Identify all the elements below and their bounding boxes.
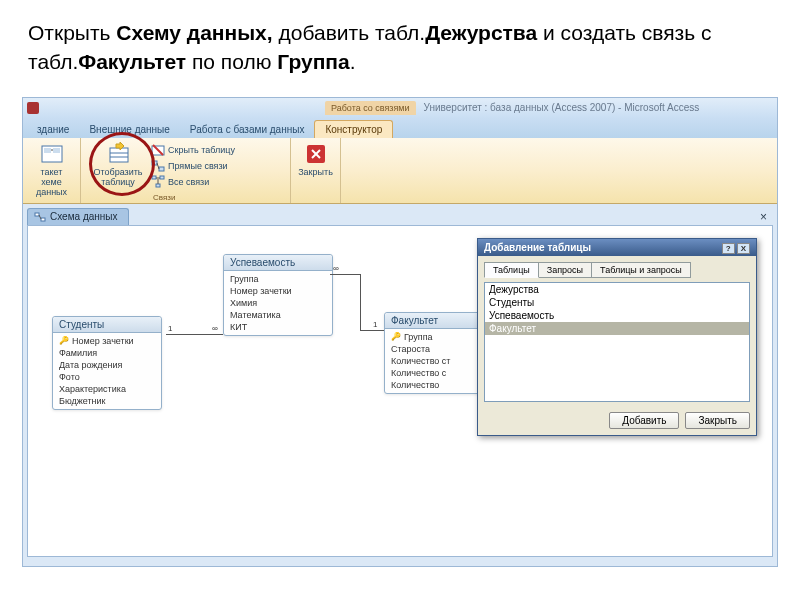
layout-button[interactable]: такет хеме данных	[29, 140, 74, 200]
dialog-title: Добавление таблицы	[484, 242, 591, 253]
close-icon[interactable]: X	[737, 243, 750, 254]
help-icon[interactable]: ?	[722, 243, 735, 254]
dialog-titlebar[interactable]: Добавление таблицы ?X	[478, 239, 756, 256]
svg-rect-14	[156, 184, 160, 187]
all-rel-button[interactable]: Все связи	[149, 174, 237, 190]
cardinality-one: 1	[168, 324, 172, 333]
document-tab[interactable]: Схема данных	[27, 208, 129, 225]
direct-rel-button[interactable]: Прямые связи	[149, 158, 237, 174]
table-uspevaemost[interactable]: Успеваемость Группа Номер зачетки Химия …	[223, 254, 333, 336]
add-table-dialog: Добавление таблицы ?X Таблицы Запросы Та…	[477, 238, 757, 436]
list-item-selected[interactable]: Факультет	[485, 322, 749, 335]
svg-rect-9	[152, 161, 157, 165]
access-window: Работа со связями Университет : база дан…	[22, 97, 778, 567]
cardinality-many: ∞	[333, 264, 339, 273]
context-tab: Работа со связями	[325, 101, 416, 115]
close-doc-icon[interactable]: ×	[760, 210, 767, 224]
cardinality-one: 1	[373, 320, 377, 329]
direct-rel-icon	[151, 159, 165, 173]
close-x-icon	[304, 142, 328, 166]
instruction-text: Открыть Схему данных, добавить табл.Дежу…	[0, 0, 800, 89]
list-item[interactable]: Дежурства	[485, 283, 749, 296]
ribbon: такет хеме данных Отобразить таблицу Скр…	[23, 138, 777, 204]
titlebar: Работа со связями Университет : база дан…	[23, 98, 777, 118]
key-icon: 🔑	[391, 332, 401, 341]
hide-table-button[interactable]: Скрыть таблицу	[149, 142, 237, 158]
svg-rect-20	[35, 213, 39, 216]
window-title: Университет : база данных (Access 2007) …	[424, 102, 700, 113]
dtab-queries[interactable]: Запросы	[538, 262, 592, 278]
svg-rect-4	[110, 148, 128, 162]
access-icon	[27, 102, 39, 114]
add-button[interactable]: Добавить	[609, 412, 679, 429]
svg-rect-1	[44, 148, 51, 153]
svg-rect-2	[53, 148, 60, 153]
relation-line	[360, 274, 361, 330]
cardinality-many: ∞	[212, 324, 218, 333]
tab-external[interactable]: Внешние данные	[79, 121, 179, 138]
table-header: Студенты	[53, 317, 161, 333]
dtab-both[interactable]: Таблицы и запросы	[591, 262, 691, 278]
table-students[interactable]: Студенты 🔑Номер зачетки Фамилия Дата рож…	[52, 316, 162, 410]
dtab-tables[interactable]: Таблицы	[484, 262, 539, 278]
group-label-rel: Связи	[153, 192, 175, 202]
relation-line	[330, 274, 360, 275]
key-icon: 🔑	[59, 336, 69, 345]
svg-line-11	[157, 163, 159, 169]
list-item[interactable]: Успеваемость	[485, 309, 749, 322]
tab-dbtools[interactable]: Работа с базами данных	[180, 121, 315, 138]
relation-line	[360, 330, 384, 331]
table-listbox[interactable]: Дежурства Студенты Успеваемость Факульте…	[484, 282, 750, 402]
show-table-button[interactable]: Отобразить таблицу	[87, 140, 149, 190]
close-button[interactable]: Закрыть	[685, 412, 750, 429]
dialog-tabs: Таблицы Запросы Таблицы и запросы	[484, 262, 750, 278]
layout-icon	[40, 142, 64, 166]
tab-constructor[interactable]: Конструктор	[314, 120, 393, 138]
tab-create[interactable]: здание	[27, 121, 79, 138]
svg-rect-10	[159, 167, 164, 171]
schema-icon	[34, 211, 46, 223]
ribbon-tabs: здание Внешние данные Работа с базами да…	[23, 118, 777, 138]
all-rel-icon	[151, 175, 165, 189]
relation-line	[166, 334, 223, 335]
show-table-icon	[106, 142, 130, 166]
svg-line-22	[39, 215, 41, 219]
table-header: Успеваемость	[224, 255, 332, 271]
svg-rect-12	[152, 176, 156, 179]
hide-table-icon	[151, 143, 165, 157]
svg-rect-21	[41, 218, 45, 221]
svg-rect-13	[160, 176, 164, 179]
close-button[interactable]: Закрыть	[294, 140, 337, 180]
list-item[interactable]: Студенты	[485, 296, 749, 309]
